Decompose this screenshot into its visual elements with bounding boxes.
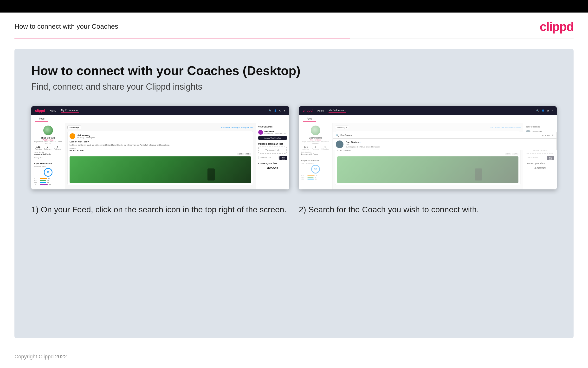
tabs-bar-2: Feed <box>299 115 557 123</box>
mock-screen-1: clippd Home My Performance 🔍 👤 ⚙ ● Feed <box>31 106 289 189</box>
stat-fol-2: 3 Followers <box>312 146 319 150</box>
latest-activity-label: Latest Activity <box>34 151 62 153</box>
post-date: Yesterday · Sunningdale <box>77 137 95 138</box>
bars-2: OTT 90 APP 85 <box>301 175 330 180</box>
result-name: Dan Davies ✓ <box>346 141 380 144</box>
section-title: How to connect with your Coaches (Deskto… <box>31 63 557 78</box>
user-stats: 131 Activities 3 Followers 4 Following <box>34 146 62 150</box>
result-avatar <box>336 140 343 148</box>
control-link[interactable]: Control who can see your activity and da… <box>221 127 253 128</box>
mock-nav-home[interactable]: Home <box>50 110 56 112</box>
mock-nav-home-2[interactable]: Home <box>317 110 324 112</box>
following-btn-2[interactable]: Following ▾ <box>335 126 349 129</box>
mock-nav-1: clippd Home My Performance 🔍 👤 ⚙ ● <box>31 106 289 115</box>
score-circle: 92 <box>44 168 53 177</box>
feed-tab-2[interactable]: Feed <box>303 116 316 122</box>
screenshots-row: clippd Home My Performance 🔍 👤 ⚙ ● Feed <box>31 106 557 189</box>
stat-following: 4 Following <box>54 146 61 150</box>
user-icon-2[interactable]: 👤 <box>542 110 544 112</box>
result-club: Sunningdale Golf Club, United Kingdom <box>346 146 380 148</box>
header-divider <box>14 38 574 39</box>
stat-fling-2: 4 Following <box>322 146 329 150</box>
mock-nav-icons: 🔍 👤 ⚙ ● <box>269 110 285 112</box>
search-icon[interactable]: 🔍 <box>269 110 272 112</box>
add-link-btn-2[interactable]: Add Link <box>547 156 554 160</box>
user-avatar <box>43 126 53 135</box>
search-result[interactable]: Dan Davies ✓ Pro Sunningdale Golf Club, … <box>333 138 557 150</box>
post-photo <box>70 156 251 183</box>
app-btn-2[interactable]: APP <box>512 153 518 155</box>
mock-nav-performance-2[interactable]: My Performance <box>329 109 346 112</box>
step-1-text: 1) On your Feed, click on the search ico… <box>31 204 289 215</box>
arg-bar-fill <box>40 182 46 183</box>
close-button[interactable]: × <box>552 134 553 137</box>
page-title: How to connect with your Coaches <box>14 23 118 30</box>
mock-body-2-wrapper: Blair McHarg Plus Handicap Royal North D… <box>299 123 557 189</box>
search-icon-2[interactable]: 🔍 <box>536 110 539 112</box>
user-avatar-2 <box>311 126 320 135</box>
add-link-button[interactable]: Add Link <box>280 156 287 160</box>
perf-section-2: Player Performance Total Player Quality … <box>301 158 330 180</box>
step-1-description: On your Feed, click on the search icon i… <box>41 205 287 214</box>
app-toggle[interactable]: APP <box>245 153 251 155</box>
verified-icon: ✓ <box>359 141 361 144</box>
user-stats-2: 131 Activities 3 Followers 4 Following <box>301 146 330 150</box>
perf-sub-2: Total Player Quality <box>301 162 330 164</box>
post-duration: Duration <box>70 148 251 149</box>
perf-title: Player Performance <box>34 162 62 165</box>
post-user-info: Blair McHarg Yesterday · Sunningdale <box>77 134 95 138</box>
coach-avatar <box>258 130 263 135</box>
latest-item: Lesson with Fordy <box>34 153 62 155</box>
top-bar <box>0 0 588 12</box>
user-club-2: Royal North Devon Golf Club, United King… <box>301 141 330 144</box>
feed-post: Blair McHarg Yesterday · Sunningdale Les… <box>67 131 253 185</box>
trackman-input-row: Trackman Link Add Link <box>258 156 287 160</box>
coaches-title: Your Coaches <box>258 126 287 128</box>
result-tag: Pro <box>346 144 380 146</box>
user-handicap: Plus Handicap <box>34 139 62 141</box>
settings-icon[interactable]: ⚙ <box>279 110 281 112</box>
avatar-icon[interactable]: ● <box>284 110 285 112</box>
perf-subtitle: Total Player Quality <box>34 166 62 167</box>
coach-club: Royal North Devon Golf Club <box>264 133 286 134</box>
header: How to connect with your Coaches clippd <box>0 12 588 38</box>
user-name: Blair McHarg <box>34 137 62 139</box>
search-input-field[interactable]: Dan Davies <box>341 134 540 136</box>
off-toggle[interactable]: OFF <box>237 153 244 155</box>
user-icon[interactable]: 👤 <box>274 110 277 112</box>
bar-ott: OTT 90 <box>34 178 62 179</box>
toggle-buttons: OFF APP <box>70 153 251 155</box>
post-title: Lesson with Fordy <box>70 140 251 143</box>
settings-icon-2[interactable]: ⚙ <box>547 110 549 112</box>
manage-coaches-button[interactable]: Manage Your Coaches <box>258 136 287 140</box>
golf-figure <box>208 168 215 181</box>
mock-nav-2: clippd Home My Performance 🔍 👤 ⚙ ● <box>299 106 557 115</box>
result-info: Dan Davies ✓ Pro Sunningdale Golf Club, … <box>346 141 380 148</box>
upload-title: Upload a Trackman Test <box>258 143 287 145</box>
off-btn-2[interactable]: OFF <box>505 153 511 155</box>
avatar-icon-2[interactable]: ● <box>551 110 553 112</box>
clear-button[interactable]: CLEAR <box>542 134 550 136</box>
mock-nav-performance[interactable]: My Performance <box>61 109 79 112</box>
latest-item-2: Lesson with Fordy <box>301 153 330 155</box>
bar-app: APP 85 <box>34 180 62 181</box>
arccos-logo: Arccos <box>258 166 287 170</box>
footer: Copyright Clippd 2022 <box>0 348 588 366</box>
control-link-2[interactable]: Control who can see your activity and da… <box>489 127 521 128</box>
tabs-bar: Feed <box>31 115 289 123</box>
feed-tab[interactable]: Feed <box>35 116 48 122</box>
mock-nav-icons-2: 🔍 👤 ⚙ ● <box>536 110 553 112</box>
mock-sidebar-2: Blair McHarg Plus Handicap Royal North D… <box>299 123 333 189</box>
trackman-input[interactable]: Trackman Link <box>258 156 279 159</box>
section-subtitle: Find, connect and share your Clippd insi… <box>31 82 557 92</box>
search-icon-overlay: 🔍 <box>336 134 339 137</box>
bar-putt: PUTT 96 <box>34 184 62 185</box>
following-button[interactable]: Following ▾ <box>67 126 81 129</box>
connect-title: Connect your data <box>258 162 287 165</box>
trackman-input-2[interactable]: Trackman Link <box>526 156 546 159</box>
following-header-2: Following ▾ Control who can see your act… <box>335 126 521 129</box>
search-overlay: 🔍 Dan Davies CLEAR × Dan Davies ✓ <box>333 132 557 150</box>
toggle-btns-2: OFF APP <box>337 153 519 155</box>
post-header: Blair McHarg Yesterday · Sunningdale <box>70 133 251 139</box>
post-avatar <box>70 133 75 139</box>
